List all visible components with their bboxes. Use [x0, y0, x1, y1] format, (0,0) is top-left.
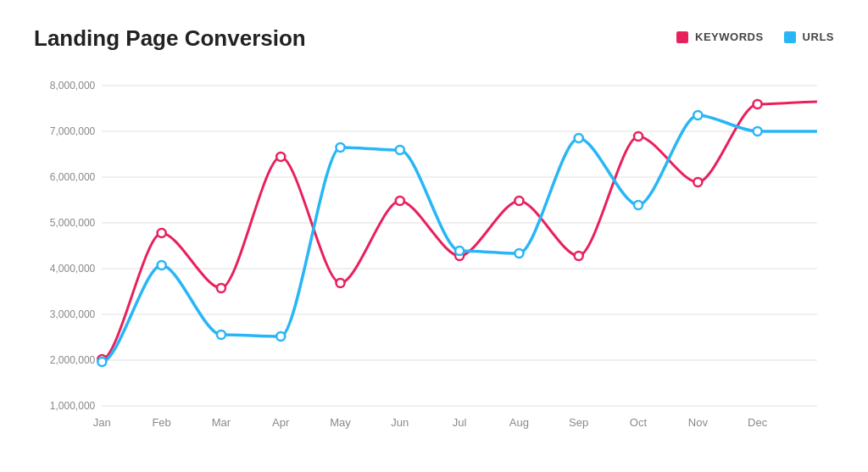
- svg-text:Jul: Jul: [453, 416, 467, 429]
- keywords-dot-dec: [754, 100, 762, 108]
- keywords-legend-dot: [676, 31, 688, 43]
- keywords-legend-label: KEYWORDS: [695, 31, 764, 43]
- urls-dot-mar: [217, 330, 225, 339]
- svg-text:Jun: Jun: [391, 416, 409, 429]
- urls-dot-feb: [158, 261, 166, 269]
- keywords-dot-sep: [575, 252, 583, 260]
- urls-dot-may: [337, 143, 345, 152]
- urls-dot-sep: [575, 134, 583, 142]
- urls-dot-dec: [754, 127, 762, 136]
- keywords-line: [102, 102, 817, 359]
- keywords-dot-may: [337, 279, 345, 287]
- svg-text:1,000,000: 1,000,000: [50, 400, 96, 412]
- keywords-dot-aug: [515, 197, 523, 205]
- keywords-dot-mar: [217, 284, 225, 292]
- svg-text:3,000,000: 3,000,000: [50, 308, 96, 320]
- svg-text:8,000,000: 8,000,000: [50, 80, 96, 92]
- chart-container: Landing Page Conversion KEYWORDS URLS: [0, 0, 868, 472]
- chart-legend: KEYWORDS URLS: [676, 31, 834, 43]
- svg-text:4,000,000: 4,000,000: [50, 263, 96, 275]
- svg-text:Aug: Aug: [509, 416, 529, 429]
- svg-text:6,000,000: 6,000,000: [50, 171, 96, 183]
- urls-legend-label: URLS: [803, 31, 834, 43]
- svg-text:Mar: Mar: [212, 416, 231, 429]
- legend-keywords: KEYWORDS: [676, 31, 764, 43]
- keywords-dot-jun: [396, 197, 404, 205]
- urls-dot-jun: [396, 146, 404, 154]
- keywords-dot-nov: [693, 178, 702, 186]
- keywords-dot-feb: [158, 229, 166, 237]
- keywords-dot-apr: [276, 153, 285, 161]
- legend-urls: URLS: [784, 31, 834, 43]
- keywords-dot-oct: [634, 132, 643, 141]
- chart-svg: 8,000,000 7,000,000 6,000,000 5,000,000 …: [34, 60, 834, 433]
- urls-dot-nov: [693, 111, 702, 119]
- urls-dot-oct: [634, 201, 643, 209]
- svg-text:Nov: Nov: [688, 416, 709, 429]
- svg-text:Oct: Oct: [630, 416, 648, 429]
- svg-text:Sep: Sep: [569, 416, 588, 429]
- svg-text:2,000,000: 2,000,000: [50, 354, 96, 366]
- urls-legend-dot: [784, 31, 796, 43]
- urls-line: [102, 115, 817, 362]
- urls-dot-jan: [97, 358, 106, 366]
- svg-text:Feb: Feb: [152, 416, 170, 429]
- svg-text:May: May: [330, 416, 351, 429]
- svg-text:5,000,000: 5,000,000: [50, 217, 96, 229]
- urls-dot-aug: [515, 249, 523, 258]
- svg-text:7,000,000: 7,000,000: [50, 125, 96, 137]
- svg-text:Dec: Dec: [748, 416, 768, 429]
- urls-dot-apr: [276, 332, 285, 341]
- svg-text:Jan: Jan: [93, 416, 111, 429]
- chart-area: 8,000,000 7,000,000 6,000,000 5,000,000 …: [34, 60, 834, 433]
- urls-dot-jul: [455, 247, 464, 255]
- svg-text:Apr: Apr: [272, 416, 290, 429]
